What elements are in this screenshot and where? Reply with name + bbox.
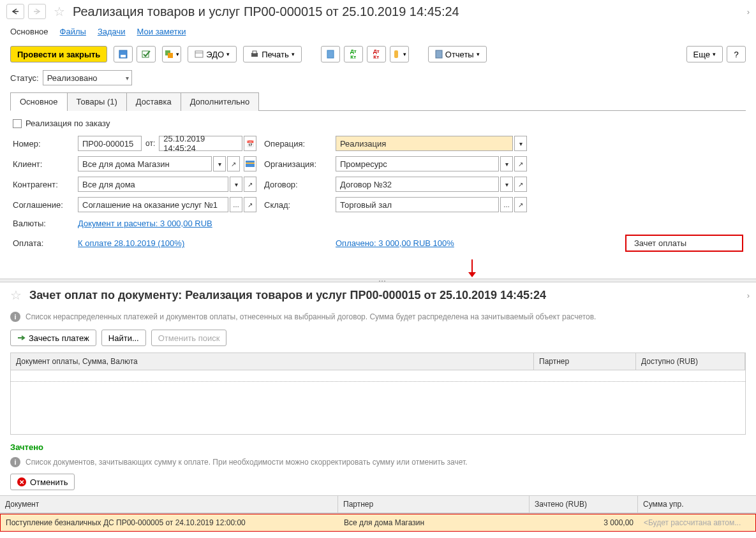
sub-chevron-right-icon[interactable]: ›: [747, 291, 750, 300]
print-button[interactable]: Печать ▾: [243, 46, 302, 62]
favorite-star-icon[interactable]: ☆: [54, 4, 65, 19]
edo-label: ЭДО: [206, 50, 224, 59]
contract-input[interactable]: Договор №32: [336, 177, 499, 192]
by-order-checkbox[interactable]: [13, 119, 22, 128]
warehouse-more-icon[interactable]: …: [500, 197, 513, 212]
org-open-icon[interactable]: ↗: [514, 156, 527, 171]
cancel-label: Отменить: [30, 477, 68, 487]
tab-additional[interactable]: Дополнительно: [181, 92, 260, 111]
nav-tab-notes[interactable]: Мои заметки: [137, 27, 186, 36]
col2-doc[interactable]: Документ: [0, 496, 338, 513]
nav-tab-main[interactable]: Основное: [10, 27, 48, 36]
info-icon: i: [10, 312, 20, 322]
org-input[interactable]: Промресурс: [336, 156, 499, 171]
arrow-down-icon: [466, 259, 756, 279]
agreement-open-icon[interactable]: ↗: [244, 197, 256, 212]
cancel-search-button[interactable]: Отменить поиск: [151, 330, 227, 346]
warehouse-label: Склад:: [264, 199, 328, 211]
client-open-icon[interactable]: ↗: [227, 156, 240, 171]
agreement-more-icon[interactable]: …: [230, 197, 242, 212]
operation-select[interactable]: Реализация: [336, 136, 513, 151]
info-text-2: Список документов, зачитывающих сумму к …: [26, 458, 468, 467]
nav-back-button[interactable]: [6, 4, 24, 19]
status-select[interactable]: Реализовано▾: [43, 70, 132, 85]
counterparty-dropdown-icon[interactable]: ▾: [230, 177, 242, 192]
chevron-right-icon[interactable]: ›: [747, 7, 750, 17]
number-input[interactable]: ПР00-000015: [78, 136, 142, 151]
credit-payment-action-label: Зачесть платеж: [29, 333, 89, 343]
svg-rect-11: [327, 50, 334, 58]
dtkr-red-button[interactable]: ДтКт: [367, 46, 386, 62]
credited-section-label: Зачтено: [0, 437, 756, 453]
post-button[interactable]: [137, 46, 156, 62]
client-label: Клиент:: [13, 158, 70, 170]
doc-icon-button[interactable]: [321, 46, 340, 62]
client-card-icon[interactable]: [244, 156, 256, 171]
find-button[interactable]: Найти...: [101, 330, 146, 346]
svg-rect-12: [394, 50, 398, 58]
page-title: Реализация товаров и услуг ПР00-000015 о…: [73, 4, 459, 19]
col-available[interactable]: Доступно (RUB): [636, 353, 745, 370]
status-label: Статус:: [10, 73, 39, 83]
edo-button[interactable]: ЭДО ▾: [188, 46, 237, 62]
contract-open-icon[interactable]: ↗: [514, 177, 527, 192]
panel-divider[interactable]: [0, 279, 756, 282]
col-partner[interactable]: Партнер: [534, 353, 636, 370]
reports-label: Отчеты: [445, 50, 474, 59]
warehouse-input[interactable]: Торговый зал: [336, 197, 499, 212]
agreement-input[interactable]: Соглашение на оказание услуг №1: [78, 197, 228, 212]
payments-table: Документ оплаты, Сумма, Валюта Партнер Д…: [10, 353, 746, 435]
based-on-button[interactable]: ▾: [162, 46, 181, 62]
cancel-x-icon: ✕: [17, 477, 26, 486]
credited-row[interactable]: Поступление безналичных ДС ПР00-000005 о…: [0, 514, 756, 532]
counterparty-input[interactable]: Все для дома: [78, 177, 228, 192]
tab-goods[interactable]: Товары (1): [67, 92, 127, 111]
svg-rect-6: [168, 53, 173, 58]
paid-link[interactable]: Оплачено: 3 000,00 RUB 100%: [336, 238, 527, 248]
credited-table: Документ Партнер Зачтено (RUB) Сумма упр…: [0, 495, 756, 532]
col2-partner[interactable]: Партнер: [338, 496, 530, 513]
currency-label: Валюты:: [13, 217, 70, 229]
contract-label: Договор:: [264, 178, 328, 191]
col2-sum[interactable]: Сумма упр.: [638, 496, 756, 513]
attach-button[interactable]: ▾: [390, 46, 409, 62]
row-credited: 3 000,00: [530, 514, 639, 531]
status-value: Реализовано: [47, 73, 98, 83]
save-button[interactable]: [114, 46, 133, 62]
row-partner: Все для дома Магазин: [339, 514, 530, 531]
sub-favorite-star-icon[interactable]: ☆: [10, 287, 22, 303]
operation-dropdown-icon[interactable]: ▾: [514, 136, 527, 151]
warehouse-open-icon[interactable]: ↗: [514, 197, 527, 212]
credit-payment-button[interactable]: Зачет оплаты: [625, 235, 743, 252]
svg-rect-3: [121, 55, 126, 57]
tab-delivery[interactable]: Доставка: [126, 92, 181, 111]
client-dropdown-icon[interactable]: ▾: [213, 156, 226, 171]
col2-credited[interactable]: Зачтено (RUB): [530, 496, 638, 513]
operation-label: Операция:: [264, 138, 328, 150]
reports-button[interactable]: Отчеты ▾: [428, 46, 487, 62]
calendar-icon[interactable]: 📅: [244, 136, 256, 151]
more-label: Еще: [693, 50, 710, 59]
submit-close-button[interactable]: Провести и закрыть: [10, 46, 107, 62]
more-button[interactable]: Еще ▾: [686, 46, 723, 62]
payments-table-body: [11, 370, 745, 434]
contract-dropdown-icon[interactable]: ▾: [500, 177, 513, 192]
dtkr-green-button[interactable]: ДтКт: [344, 46, 363, 62]
payment-link[interactable]: К оплате 28.10.2019 (100%): [78, 238, 256, 248]
col-payment-doc[interactable]: Документ оплаты, Сумма, Валюта: [11, 353, 534, 370]
client-input[interactable]: Все для дома Магазин: [78, 156, 212, 171]
tab-main[interactable]: Основное: [10, 92, 68, 111]
print-label: Печать: [262, 50, 289, 59]
by-order-label: Реализация по заказу: [26, 119, 110, 128]
org-dropdown-icon[interactable]: ▾: [500, 156, 513, 171]
cancel-button[interactable]: ✕ Отменить: [10, 474, 75, 490]
nav-tab-files[interactable]: Файлы: [60, 27, 86, 36]
currency-link[interactable]: Документ и расчеты: 3 000,00 RUB: [78, 219, 527, 228]
nav-tab-tasks[interactable]: Задачи: [98, 27, 126, 36]
date-input[interactable]: 25.10.2019 14:45:24: [159, 136, 242, 151]
nav-forward-button[interactable]: [28, 4, 46, 19]
counterparty-open-icon[interactable]: ↗: [244, 177, 256, 192]
counterparty-label: Контрагент:: [13, 178, 70, 191]
help-button[interactable]: ?: [727, 46, 746, 62]
credit-payment-action-button[interactable]: Зачесть платеж: [10, 330, 96, 346]
